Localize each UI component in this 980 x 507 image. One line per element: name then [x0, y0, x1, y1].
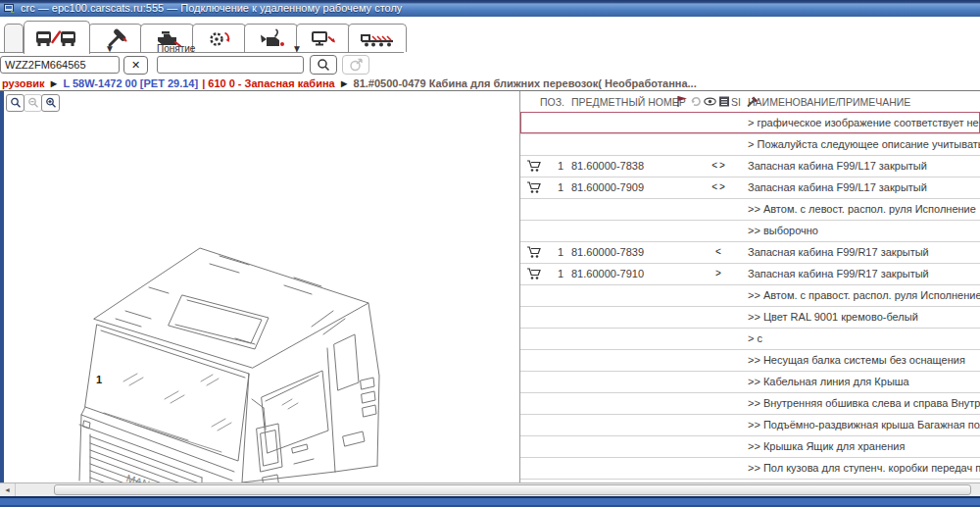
breadcrumb-segment: рузовик: [2, 77, 45, 89]
search-button[interactable]: [310, 55, 337, 75]
table-row[interactable]: >> Крышка Ящик для хранения: [520, 436, 980, 458]
truck-cab-drawing: MAN: [0, 91, 519, 482]
table-row[interactable]: >> Автом. с правост. распол. руля Исполн…: [520, 285, 980, 307]
header-pos[interactable]: ПОЗ.: [540, 96, 564, 108]
row-name: >> Пол кузова для ступенч. коробки перед…: [748, 462, 980, 474]
table-row[interactable]: 181.60000-7838<>Запасная кабина F99/L17 …: [520, 156, 980, 177]
tab-vehicle[interactable]: [24, 21, 90, 54]
cart-icon: [526, 267, 541, 280]
zoom-area-icon: [10, 97, 22, 109]
row-name: >> Внутренняя обшивка слева и справа Вну…: [748, 397, 980, 409]
row-part-number[interactable]: 81.60000-7839: [571, 246, 644, 258]
concept-label: Понятие: [157, 43, 195, 54]
parts-table: ПОЗ. ПРЕДМЕТНЫЙ НОМЕР SI НАИМЕНОВАНИЕ/ПР…: [520, 91, 980, 482]
concept-dropdown-arrow[interactable]: ▼: [292, 43, 302, 54]
table-row[interactable]: >> Внутренняя обшивка слева и справа Вну…: [520, 393, 980, 415]
row-name: Запасная кабина F99/R17 закрытый: [748, 246, 929, 258]
cart-icon: [526, 159, 541, 173]
breadcrumb-segment: ►: [49, 77, 60, 89]
table-row[interactable]: >> выборочно: [520, 221, 980, 242]
breadcrumb-segment: | 610 0 - Запасная кабина: [202, 77, 335, 89]
window-left-border: [0, 91, 4, 495]
header-number[interactable]: ПРЕДМЕТНЫЙ НОМЕР: [571, 96, 686, 108]
tab-hidden-stub[interactable]: [4, 24, 24, 52]
magnifier-icon: [317, 58, 330, 72]
cart-icon: [526, 180, 541, 194]
row-name: >> Цвет RAL 9001 кремово-белый: [748, 311, 918, 323]
chassis-icon: [360, 28, 395, 48]
table-row[interactable]: > с: [520, 329, 980, 350]
eye-icon[interactable]: [704, 95, 716, 108]
row-name: >> Крышка Ящик для хранения: [748, 440, 905, 452]
flag-icon[interactable]: [676, 95, 688, 108]
table-row[interactable]: 181.60000-7909<>Запасная кабина F99/L17 …: [520, 177, 980, 199]
goto-button[interactable]: [342, 55, 369, 75]
row-direction-marks: >: [695, 268, 744, 279]
table-row[interactable]: 181.60000-7910>Запасная кабина F99/R17 з…: [520, 264, 980, 285]
remote-desktop-window: crc — epc100.carscats.ru:555 — Подключен…: [0, 0, 980, 507]
row-part-number[interactable]: 81.60000-7909: [571, 181, 644, 193]
row-name: >> Автом. с правост. распол. руля Исполн…: [748, 289, 980, 301]
row-direction-marks: <>: [695, 181, 744, 192]
row-part-number[interactable]: 81.60000-7910: [571, 268, 644, 279]
row-pos: 1: [542, 181, 564, 193]
row-name: >> Подъёмно-раздвижная крыша Багажная по…: [748, 419, 980, 431]
remote-desktop-icon: [4, 4, 16, 14]
row-pos: 1: [542, 160, 564, 172]
row-direction-marks: <: [695, 246, 744, 257]
jump-arrow-icon: [349, 58, 364, 72]
vin-dropdown-arrow[interactable]: ▼: [105, 43, 115, 54]
oil-can-icon: [258, 28, 285, 48]
drawing-panel: MAN 1: [0, 91, 519, 482]
header-name[interactable]: НАИМЕНОВАНИЕ/ПРИМЕЧАНИЕ: [748, 96, 910, 108]
tab-transmission[interactable]: [192, 24, 246, 52]
horizontal-scrollbar[interactable]: ◄: [0, 482, 980, 496]
tab-tools[interactable]: [88, 24, 142, 52]
table-row[interactable]: >> Пол кузова для ступенч. коробки перед…: [520, 458, 980, 480]
tab-chassis[interactable]: [348, 24, 407, 52]
row-part-number[interactable]: 81.60000-7838: [571, 160, 644, 172]
header-si[interactable]: SI: [731, 96, 741, 108]
row-pos: 1: [542, 268, 564, 279]
zoom-out-button[interactable]: [24, 94, 42, 112]
table-row[interactable]: >> Подъёмно-раздвижная крыша Багажная по…: [520, 415, 980, 436]
zoom-in-button[interactable]: [41, 94, 60, 112]
clear-vin-button[interactable]: ✕: [123, 56, 148, 75]
table-rows: > графическое изображение соответствует …: [520, 113, 980, 480]
table-row[interactable]: >> Цвет RAL 9001 кремово-белый: [520, 307, 980, 329]
concept-input[interactable]: [157, 56, 304, 74]
window-bottom-border: [0, 496, 980, 507]
row-name: >> Несущая балка системы без оснащения: [748, 354, 965, 366]
breadcrumb-segment[interactable]: L 58W-1472 00 [PET 29.14]: [63, 77, 198, 89]
table-row[interactable]: 181.60000-7839<Запасная кабина F99/R17 з…: [520, 242, 980, 264]
row-name: >> Кабельная линия для Крыша: [748, 376, 909, 387]
scrollbar-thumb[interactable]: [54, 484, 971, 495]
table-row[interactable]: >> Несущая балка системы без оснащения: [520, 350, 980, 372]
row-name: >> выборочно: [748, 225, 818, 236]
tab-lubricants[interactable]: [244, 24, 298, 52]
breadcrumb-segment: ►: [339, 77, 350, 89]
row-name: Запасная кабина F99/L17 закрытый: [748, 160, 927, 172]
zoom-area-button[interactable]: [6, 94, 24, 112]
sync-icon[interactable]: [690, 95, 702, 108]
tab-service-data[interactable]: [296, 24, 350, 52]
breadcrumb-segment: 81.#0500-0479 Кабина для ближних перевоз…: [354, 77, 697, 89]
vin-input[interactable]: [0, 56, 120, 74]
grille-brand-text: MAN: [124, 472, 151, 482]
zoom-in-icon: [45, 97, 57, 109]
callout-1: 1: [96, 374, 102, 385]
list-icon[interactable]: [718, 95, 730, 108]
window-title: crc — epc100.carscats.ru:555 — Подключен…: [21, 0, 402, 17]
table-row[interactable]: >> Кабельная линия для Крыша: [520, 372, 980, 393]
scroll-left-arrow-icon[interactable]: ◄: [0, 483, 16, 496]
gear-exchange-icon: [206, 28, 233, 48]
titlebar[interactable]: crc — epc100.carscats.ru:555 — Подключен…: [0, 0, 980, 17]
table-header: ПОЗ. ПРЕДМЕТНЫЙ НОМЕР SI НАИМЕНОВАНИЕ/ПР…: [520, 91, 980, 112]
computer-transfer-icon: [310, 28, 337, 48]
table-row[interactable]: >> Автом. с левост. распол. руля Исполне…: [520, 199, 980, 221]
close-icon: ✕: [131, 59, 140, 72]
table-row[interactable]: > Пожалуйста следующее описание учитыват…: [520, 134, 980, 156]
row-name: Запасная кабина F99/R17 закрытый: [748, 268, 929, 279]
cart-icon: [526, 245, 541, 259]
table-row[interactable]: > графическое изображение соответствует …: [520, 113, 980, 134]
